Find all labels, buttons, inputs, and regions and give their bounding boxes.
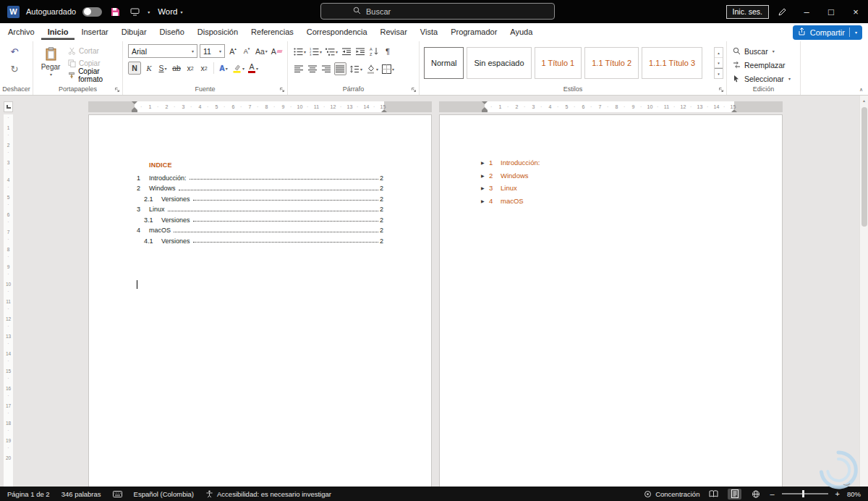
zoom-in-button[interactable]: + (835, 489, 840, 498)
styles-scroll-down-button[interactable]: ▾ (715, 58, 723, 68)
zoom-level[interactable]: 80% (847, 490, 861, 498)
styles-scroll-up-button[interactable]: ▴ (715, 48, 723, 58)
tab-dibujar[interactable]: Dibujar (115, 25, 153, 40)
bold-button[interactable]: N (128, 62, 141, 75)
select-button[interactable]: Seleccionar ▾ (733, 72, 791, 85)
collapse-triangle-icon[interactable]: ▶ (481, 185, 489, 190)
numbering-button[interactable]: 123 ▾ (309, 45, 323, 58)
redo-button[interactable]: ↻ (9, 62, 20, 75)
right-indent-marker[interactable] (731, 109, 737, 112)
font-size-select[interactable]: 11 ▾ (200, 44, 225, 58)
outline-heading[interactable]: ▶2Windows (481, 169, 540, 182)
toc-entry[interactable]: 2.1Versiones2 (137, 192, 383, 203)
tab-diseño[interactable]: Diseño (153, 25, 191, 40)
styles-dialog-launcher[interactable] (718, 87, 724, 93)
zoom-out-button[interactable]: – (770, 489, 774, 498)
shading-button[interactable]: ▾ (365, 62, 379, 75)
toc-entry[interactable]: 4.1Versiones2 (137, 234, 383, 245)
tab-inicio[interactable]: Inicio (41, 25, 75, 40)
share-button[interactable]: Compartir ▾ (793, 25, 862, 40)
show-marks-button[interactable]: ¶ (382, 45, 393, 58)
tab-ayuda[interactable]: Ayuda (503, 25, 539, 40)
decrease-indent-button[interactable] (341, 45, 352, 58)
autosave-toggle[interactable] (82, 7, 102, 17)
replace-button[interactable]: Reemplazar (733, 59, 786, 71)
clipboard-dialog-launcher[interactable] (114, 87, 120, 93)
tab-archivo[interactable]: Archivo (1, 25, 41, 40)
zoom-slider-thumb[interactable] (802, 490, 804, 497)
shrink-font-button[interactable]: A▾ (241, 45, 252, 58)
word-count[interactable]: 346 palabras (61, 490, 101, 498)
sort-button[interactable]: AZ (368, 45, 380, 58)
ink-pen-icon[interactable] (778, 7, 787, 17)
document-page-2[interactable]: ▶1Introducción:▶2Windows▶3Linux▶4macOS (439, 114, 783, 487)
outline-heading[interactable]: ▶3Linux (481, 182, 540, 195)
clear-formatting-button[interactable]: A (271, 45, 283, 58)
toc-entry[interactable]: 1Introducción:2 (137, 171, 383, 182)
language-indicator[interactable]: Español (Colombia) (134, 490, 194, 498)
minimize-button[interactable]: – (794, 0, 819, 23)
sign-in-button[interactable]: Inic. ses. (726, 5, 769, 19)
align-right-button[interactable] (320, 62, 332, 75)
scrollbar-thumb[interactable] (861, 107, 867, 227)
change-case-button[interactable]: Aa▾ (255, 45, 268, 58)
style-normal[interactable]: Normal (424, 47, 464, 79)
strikethrough-button[interactable]: ab (171, 62, 182, 75)
first-line-indent-marker[interactable] (482, 101, 488, 104)
print-layout-button[interactable] (728, 489, 741, 500)
undo-button[interactable]: ↶ (9, 45, 20, 58)
style-titulo-1[interactable]: 1 Título 1 (535, 47, 582, 79)
align-left-button[interactable] (293, 62, 305, 75)
paste-button[interactable]: Pegar ▾ (38, 43, 64, 81)
right-indent-marker[interactable] (381, 109, 387, 112)
h-ruler-1[interactable]: 123456789101112131415 (88, 101, 432, 112)
zoom-slider[interactable] (782, 493, 828, 494)
justify-button[interactable] (334, 62, 346, 75)
cut-button[interactable]: Cortar (68, 45, 122, 56)
font-family-select[interactable]: Arial ▾ (128, 44, 197, 58)
collapse-triangle-icon[interactable]: ▶ (481, 160, 489, 165)
align-center-button[interactable] (307, 62, 318, 75)
tab-referencias[interactable]: Referencias (244, 25, 300, 40)
collapse-triangle-icon[interactable]: ▶ (481, 198, 489, 203)
toc-entry[interactable]: 4macOS2 (137, 224, 383, 235)
scroll-up-icon[interactable]: ▴ (860, 98, 868, 103)
read-mode-button[interactable] (707, 489, 720, 500)
toc-entry[interactable]: 3Linux2 (137, 203, 383, 214)
font-dialog-launcher[interactable] (279, 87, 285, 93)
vertical-scrollbar[interactable]: ▴ (859, 96, 868, 487)
tab-revisar[interactable]: Revisar (374, 25, 414, 40)
style-titulo-2[interactable]: 1.1 Título 2 (584, 47, 639, 79)
increase-indent-button[interactable] (354, 45, 366, 58)
document-page-1[interactable]: INDICE 1Introducción:22Windows22.1Versio… (88, 114, 432, 487)
tab-programador[interactable]: Programador (444, 25, 503, 40)
close-button[interactable]: × (843, 0, 868, 23)
multilevel-list-button[interactable]: ▾ (325, 45, 339, 58)
outline-heading[interactable]: ▶1Introducción: (481, 156, 540, 169)
style-sin-espaciado[interactable]: Sin espaciado (467, 47, 531, 79)
v-ruler[interactable]: 1234567891011121314151617181920 (4, 114, 13, 487)
search-box[interactable]: Buscar (320, 3, 555, 20)
tab-vista[interactable]: Vista (414, 25, 444, 40)
page-indicator[interactable]: Página 1 de 2 (7, 490, 50, 498)
subscript-button[interactable]: x2 (184, 62, 196, 75)
grow-font-button[interactable]: A▴ (227, 45, 239, 58)
format-painter-button[interactable]: Copiar formato (68, 70, 122, 81)
quick-access-chevron-icon[interactable]: ▾ (148, 9, 150, 14)
collapse-ribbon-button[interactable]: ∧ (859, 87, 863, 93)
quick-access-icon[interactable] (128, 5, 141, 18)
style-titulo-3[interactable]: 1.1.1 Título 3 (642, 47, 702, 79)
underline-button[interactable]: S▾ (157, 62, 169, 75)
tab-selector[interactable] (4, 101, 13, 112)
font-color-button[interactable]: A ▾ (247, 62, 259, 75)
table-of-contents[interactable]: INDICE 1Introducción:22Windows22.1Versio… (137, 160, 383, 245)
word-logo-icon[interactable]: W (7, 6, 20, 18)
bullets-button[interactable]: ▾ (293, 45, 307, 58)
toc-entry[interactable]: 2Windows2 (137, 182, 383, 193)
save-icon[interactable] (109, 5, 122, 18)
collapse-triangle-icon[interactable]: ▶ (481, 173, 489, 178)
styles-gallery-expand-button[interactable]: ▾ (715, 68, 723, 78)
line-spacing-button[interactable]: ▾ (349, 62, 363, 75)
app-menu-word[interactable]: Word ▾ (158, 7, 182, 16)
outline-heading[interactable]: ▶4macOS (481, 195, 540, 208)
